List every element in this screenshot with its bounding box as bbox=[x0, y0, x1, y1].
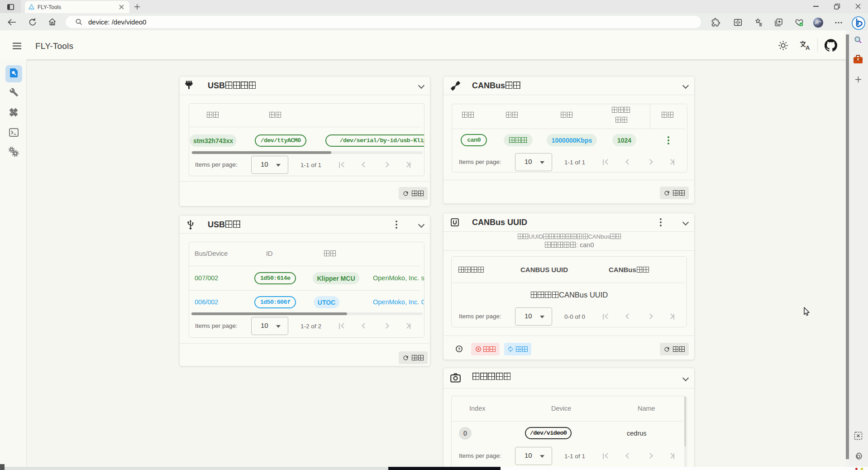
svg-text:A: A bbox=[806, 44, 810, 51]
svg-text:?: ? bbox=[458, 346, 461, 351]
